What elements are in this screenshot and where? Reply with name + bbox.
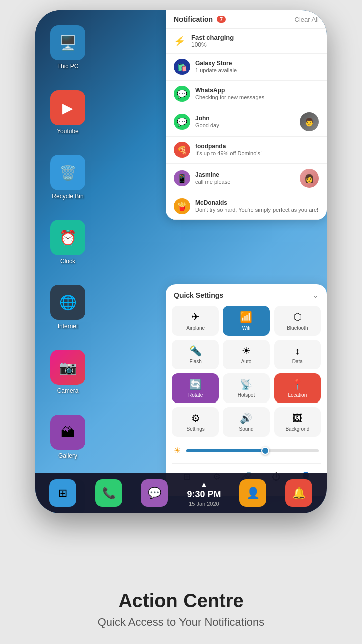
background-label: Backgrond xyxy=(285,426,309,432)
icon-box-thic-pc: 🖥️ xyxy=(50,25,85,60)
airplane-label: Airplane xyxy=(186,325,205,331)
brightness-fill xyxy=(186,449,265,452)
qs-rotate-button[interactable]: 🔄 Rotate xyxy=(172,373,219,403)
qs-data-button[interactable]: ↕ Data xyxy=(274,340,321,369)
desktop-icon-clock[interactable]: ⏰ Clock xyxy=(50,220,85,265)
icon-box-internet: 🌐 xyxy=(50,285,85,320)
notification-item-whatsapp[interactable]: 💬 WhatsApp Checking for new messages xyxy=(166,80,327,107)
taskbar-contacts-button[interactable]: 👤 xyxy=(239,479,266,507)
galaxy-app-name: Galaxy Store xyxy=(195,60,319,67)
taskbar-chevron-icon: ▲ xyxy=(201,480,208,488)
charging-info: Fast charging 100% xyxy=(191,34,234,48)
qs-location-button[interactable]: 📍 Location xyxy=(274,373,321,403)
qs-hotspot-button[interactable]: 📡 Hotspot xyxy=(223,373,269,403)
notification-panel: Notification 7 Clear All ⚡ Fast charging… xyxy=(166,10,327,220)
rotate-label: Rotate xyxy=(188,392,203,398)
background-icon: 🖼 xyxy=(292,413,302,424)
icon-box-youtube: ▶ xyxy=(50,90,85,125)
quick-settings-title: Quick Settings xyxy=(174,291,223,299)
sound-icon: 🔊 xyxy=(240,412,252,424)
taskbar-phone-button[interactable]: 📞 xyxy=(95,479,122,507)
john-app-name: John xyxy=(195,115,295,122)
qs-background-button[interactable]: 🖼 Backgrond xyxy=(274,407,321,437)
galaxy-content: Galaxy Store 1 update availale xyxy=(195,60,319,74)
jasmine-app-icon: 📱 xyxy=(174,170,190,186)
taskbar-messages-button[interactable]: 💬 xyxy=(141,479,168,507)
rotate-icon: 🔄 xyxy=(189,378,202,390)
qs-sound-button[interactable]: 🔊 Sound xyxy=(223,407,269,437)
notification-item-john[interactable]: 💬 John Good day 👨 xyxy=(166,107,327,137)
qs-bluetooth-button[interactable]: ⬡ Bluetooth xyxy=(274,306,321,336)
taskbar-time: 9:30 PM xyxy=(187,489,221,500)
settings-icon: ⚙ xyxy=(191,412,200,424)
taskbar-center: ▲ 9:30 PM 15 Jan 2020 xyxy=(187,480,221,507)
john-message: Good day xyxy=(195,122,295,129)
hotspot-icon: 📡 xyxy=(240,378,252,390)
icon-box-camera: 📷 xyxy=(50,350,85,385)
hotspot-label: Hotspot xyxy=(238,392,255,398)
taskbar-alarm-button[interactable]: 🔔 xyxy=(285,479,312,507)
qs-wifi-button[interactable]: 📶 Wifi xyxy=(223,306,269,336)
notification-count: 7 xyxy=(217,16,226,23)
clear-all-button[interactable]: Clear All xyxy=(295,16,319,23)
qs-settings-button[interactable]: ⚙ Settings xyxy=(172,407,219,437)
desktop-icon-recycle[interactable]: 🗑️ Recycle Bin xyxy=(50,155,85,200)
brightness-icon: ☀ xyxy=(174,446,181,455)
whatsapp-content: WhatsApp Checking for new messages xyxy=(195,87,319,101)
flash-icon: 🔦 xyxy=(189,345,202,357)
desktop-icon-internet[interactable]: 🌐 Internet xyxy=(50,285,85,330)
qs-flash-button[interactable]: 🔦 Flash xyxy=(172,340,219,369)
foodpanda-message: It's up to 49% off Domino's! xyxy=(195,150,319,157)
notification-item-foodpanda[interactable]: 🍕 foodpanda It's up to 49% off Domino's! xyxy=(166,137,327,164)
taskbar: ⊞ 📞 💬 ▲ 9:30 PM 15 Jan 2020 👤 🔔 xyxy=(35,473,327,513)
auto-icon: ☀ xyxy=(242,345,251,357)
desktop-icon-thic-pc[interactable]: 🖥️ Thic PC xyxy=(50,25,85,70)
quick-settings-header: Quick Settings ⌄ xyxy=(172,290,321,300)
auto-label: Auto xyxy=(241,359,252,364)
icon-box-clock: ⏰ xyxy=(50,220,85,255)
icon-label-internet: Internet xyxy=(58,323,78,330)
whatsapp-icon: 💬 xyxy=(174,86,190,102)
page-footer: Action Centre Quick Access to Your Notif… xyxy=(0,590,362,629)
data-label: Data xyxy=(292,359,303,364)
desktop-icon-youtube[interactable]: ▶ Youtube xyxy=(50,90,85,135)
mcdonalds-content: McDonalds Don't try so hard, You're simp… xyxy=(195,199,319,213)
sound-label: Sound xyxy=(239,426,254,432)
jasmine-app-name: Jasmine xyxy=(195,171,295,178)
john-avatar: 👨 xyxy=(300,112,319,131)
galaxy-icon: 🛍️ xyxy=(174,59,190,75)
icon-label-clock: Clock xyxy=(60,258,75,265)
bluetooth-icon: ⬡ xyxy=(293,311,302,323)
taskbar-apps-button[interactable]: ⊞ xyxy=(49,479,76,507)
notification-item-mcdonalds[interactable]: 🍟 McDonalds Don't try so hard, You're si… xyxy=(166,193,327,220)
footer-title: Action Centre xyxy=(0,590,362,612)
airplane-icon: ✈ xyxy=(191,311,200,323)
notification-title-wrap: Notification 7 xyxy=(174,15,226,23)
jasmine-avatar: 👩 xyxy=(300,169,319,188)
notification-item-galaxy[interactable]: 🛍️ Galaxy Store 1 update availale xyxy=(166,54,327,80)
desktop-icons: 🖥️ Thic PC ▶ Youtube 🗑️ Recycle Bin ⏰ Cl… xyxy=(50,25,85,513)
notification-header: Notification 7 Clear All xyxy=(166,10,327,29)
desktop-icon-gallery[interactable]: 🏔 Gallery xyxy=(50,415,85,459)
icon-label-gallery: Gallery xyxy=(58,452,77,459)
wifi-icon: 📶 xyxy=(240,311,252,323)
whatsapp-app-name: WhatsApp xyxy=(195,87,319,94)
brightness-track[interactable] xyxy=(186,449,319,452)
desktop-icon-camera[interactable]: 📷 Camera xyxy=(50,350,85,394)
quick-settings-grid: ✈ Airplane 📶 Wifi ⬡ Bluetooth 🔦 Flash ☀ … xyxy=(172,306,321,437)
mcdonalds-icon: 🍟 xyxy=(174,198,190,214)
flash-label: Flash xyxy=(189,359,201,364)
john-app-icon: 💬 xyxy=(174,114,190,130)
quick-settings-panel: Quick Settings ⌄ ✈ Airplane 📶 Wifi ⬡ Blu… xyxy=(166,284,327,496)
quick-settings-chevron[interactable]: ⌄ xyxy=(312,290,319,300)
qs-auto-button[interactable]: ☀ Auto xyxy=(223,340,269,369)
qs-airplane-button[interactable]: ✈ Airplane xyxy=(172,306,219,336)
icon-box-gallery: 🏔 xyxy=(50,415,85,450)
settings-label: Settings xyxy=(187,426,205,432)
icon-box-recycle: 🗑️ xyxy=(50,155,85,190)
notification-item-jasmine[interactable]: 📱 Jasmine call me please 👩 xyxy=(166,164,327,193)
brightness-thumb[interactable] xyxy=(261,447,269,455)
icon-label-recycle: Recycle Bin xyxy=(52,193,83,200)
galaxy-message: 1 update availale xyxy=(195,67,319,74)
charging-card: ⚡ Fast charging 100% xyxy=(166,29,327,54)
